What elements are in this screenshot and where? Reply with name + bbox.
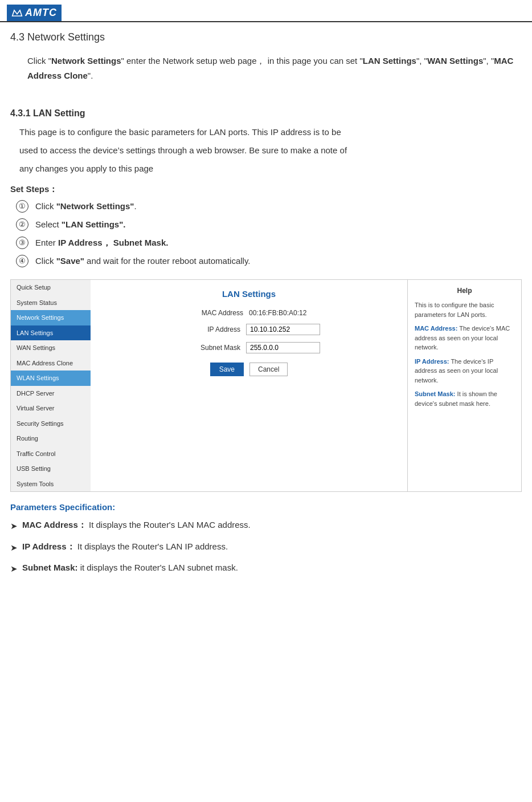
param-mac-text: MAC Address： It displays the Router's LA… [22,518,251,532]
param-subnet-desc: it displays the Router's LAN subnet mask… [80,563,238,572]
step-2-text: Select "LAN Settings". [35,218,125,231]
param-ip-desc: It displays the Router's LAN IP address. [77,542,228,551]
page-content: 4.3 Network Settings Click "Network Sett… [0,30,532,596]
help-subnet-term: Subnet Mask: [415,390,456,397]
step-3-bold: IP Address， Subnet Mask. [58,238,168,247]
help-panel: Help This is to configure the basic para… [407,280,521,491]
main-form-area: LAN Settings MAC Address 00:16:FB:B0:A0:… [91,280,407,491]
param-arrow-1: ➤ [10,519,18,534]
sidebar-item-dhcp-server[interactable]: DHCP Server [11,386,91,401]
subnet-mask-label: Subnet Mask [178,344,240,352]
intro-bold-network: Network Settings [51,56,121,66]
ip-address-row: IP Address [102,324,396,335]
param-ip-text: IP Address： It displays the Router's LAN… [22,539,228,554]
sidebar-item-usb-setting[interactable]: USB Setting [11,461,91,477]
ip-address-input[interactable] [246,324,320,335]
sidebar-item-quick-setup[interactable]: Quick Setup [11,280,91,295]
button-row: Save Cancel [102,363,396,376]
sidebar-item-system-status[interactable]: System Status [11,295,91,311]
help-mac-term: MAC Address: [415,325,457,332]
mac-address-label: MAC Address [181,309,243,317]
sidebar-item-wlan-settings[interactable]: WLAN Settings [11,371,91,386]
subsection-title-text: 4.3.1 LAN Setting [10,108,85,118]
step-1-bold: "Network Settings" [56,201,134,211]
screenshot-container: Quick Setup System Status Network Settin… [10,279,522,492]
sidebar-item-mac-address-clone[interactable]: MAC Address Clone [11,356,91,371]
subnet-mask-row: Subnet Mask [102,342,396,353]
step-4-bold: "Save" [56,256,84,266]
ip-address-label: IP Address [178,325,240,333]
sidebar-item-network-settings[interactable]: Network Settings [11,310,91,325]
help-subnet-mask: Subnet Mask: It is shown the device's su… [415,389,514,408]
param-ip-term: IP Address： [22,542,75,551]
help-title: Help [415,286,514,296]
set-steps-text: Set Steps： [10,184,58,194]
step-2: ② Select "LAN Settings". [16,218,522,231]
sidebar-item-wan-settings[interactable]: WAN Settings [11,340,91,356]
section-title-bold: Network Settings [27,31,105,43]
section-title-prefix: 4.3 [10,31,27,43]
step-4-num: ④ [16,255,28,267]
body-para-3: any changes you apply to this page [19,161,522,177]
step-2-bold: "LAN Settings". [62,219,126,229]
help-intro: This is to configure the basic parameter… [415,300,514,319]
help-ip-term: IP Address: [415,358,449,365]
param-subnet-mask: ➤ Subnet Mask: it displays the Router's … [10,560,522,576]
intro-bold-wan: WAN Settings [427,56,483,66]
step-1: ① Click "Network Settings". [16,200,522,213]
step-3: ③ Enter IP Address， Subnet Mask. [16,236,522,250]
param-subnet-text: Subnet Mask: it displays the Router's LA… [22,560,238,575]
logo-text: AMTC [25,7,57,19]
sidebar: Quick Setup System Status Network Settin… [11,280,91,491]
step-2-num: ② [16,218,28,231]
param-arrow-2: ➤ [10,540,18,555]
param-arrow-3: ➤ [10,561,18,576]
step-3-text: Enter IP Address， Subnet Mask. [35,236,168,250]
section-title: 4.3 Network Settings [10,30,522,43]
save-button[interactable]: Save [210,363,244,376]
sidebar-item-virtual-server[interactable]: Virtual Server [11,401,91,416]
step-3-num: ③ [16,237,28,249]
set-steps-label: Set Steps： [10,184,522,195]
mac-address-row: MAC Address 00:16:FB:B0:A0:12 [102,309,396,317]
step-4: ④ Click "Save" and wait for the router r… [16,254,522,268]
sidebar-item-traffic-control[interactable]: Traffic Control [11,446,91,462]
logo-icon [11,7,23,19]
sidebar-item-lan-settings[interactable]: LAN Settings [11,325,91,341]
svg-marker-0 [13,10,22,16]
subsection-title: 4.3.1 LAN Setting [10,108,522,119]
body-para-1: This page is to configure the basic para… [19,124,522,140]
params-title: Parameters Specification: [10,502,522,512]
step-4-text: Click "Save" and wait for the router reb… [35,254,250,268]
cancel-button[interactable]: Cancel [249,363,288,376]
sidebar-item-routing[interactable]: Routing [11,431,91,446]
step-1-text: Click "Network Settings". [35,200,137,213]
sidebar-item-system-tools[interactable]: System Tools [11,477,91,492]
param-ip-address: ➤ IP Address： It displays the Router's L… [10,539,522,555]
param-mac-address: ➤ MAC Address： It displays the Router's … [10,518,522,534]
sidebar-item-security-settings[interactable]: Security Settings [11,416,91,431]
page-header: AMTC [0,0,532,22]
step-1-num: ① [16,200,28,213]
param-mac-term: MAC Address： [22,520,87,530]
help-ip-address: IP Address: The device's IP address as s… [415,357,514,385]
step-list: ① Click "Network Settings". ② Select "LA… [16,200,522,268]
form-title: LAN Settings [102,289,396,299]
intro-bold-lan: LAN Settings [363,56,416,66]
subnet-mask-input[interactable] [246,342,320,353]
help-mac-address: MAC Address: The device's MAC address as… [415,324,514,352]
body-para-2: used to access the device’s settings thr… [19,143,522,158]
intro-paragraph: Click "Network Settings" enter the Netwo… [27,54,522,83]
logo-box: AMTC [7,5,62,21]
param-mac-desc: It displays the Router's LAN MAC address… [89,520,251,530]
mac-address-value: 00:16:FB:B0:A0:12 [249,309,317,317]
param-subnet-term: Subnet Mask: [22,563,78,572]
